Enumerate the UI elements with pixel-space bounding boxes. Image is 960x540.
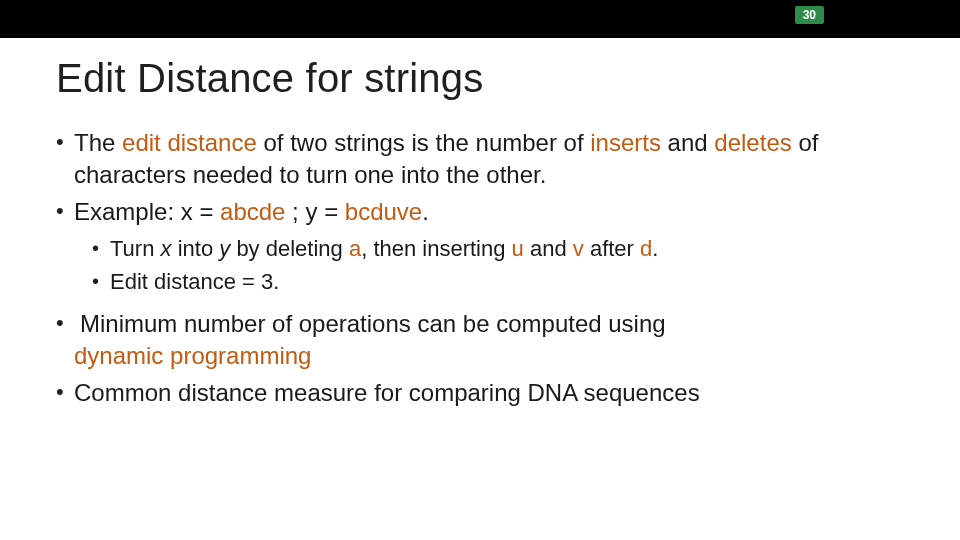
term-deletes: deletes xyxy=(714,129,791,156)
bullet-edit-distance-def: The edit distance of two strings is the … xyxy=(56,127,904,192)
char-d: d xyxy=(640,236,652,261)
text: into xyxy=(178,236,220,261)
text: . xyxy=(652,236,658,261)
text: ; y = xyxy=(285,198,344,225)
bullet-example: Example: x = abcde ; y = bcduve. Turn x … xyxy=(56,196,904,298)
term-inserts: inserts xyxy=(590,129,661,156)
var-y: y xyxy=(219,236,236,261)
sub-bullet-distance: Edit distance = 3. xyxy=(92,267,904,298)
text: . xyxy=(422,198,429,225)
header-bar: 30 xyxy=(0,0,960,38)
text: The xyxy=(74,129,122,156)
value-x: abcde xyxy=(220,198,285,225)
text: Example: x = xyxy=(74,198,220,225)
text: and xyxy=(661,129,714,156)
page-number-badge: 30 xyxy=(795,6,824,24)
sub-bullet-list: Turn x into y by deleting a, then insert… xyxy=(92,234,904,298)
text: Edit distance = 3. xyxy=(110,269,279,294)
bullet-dp: Minimum number of operations can be comp… xyxy=(56,308,904,373)
text: Minimum number of operations can be comp… xyxy=(74,308,666,340)
value-y: bcduve xyxy=(345,198,422,225)
text: and xyxy=(530,236,573,261)
bullet-dna: Common distance measure for comparing DN… xyxy=(56,377,904,409)
term-dynamic-programming: dynamic programming xyxy=(74,342,311,369)
char-u: u xyxy=(512,236,530,261)
slide-content: Edit Distance for strings The edit dista… xyxy=(0,38,960,409)
char-a: a xyxy=(349,236,361,261)
text: Common distance measure for comparing DN… xyxy=(74,379,700,406)
slide-title: Edit Distance for strings xyxy=(56,56,904,101)
text: after xyxy=(590,236,640,261)
char-v: v xyxy=(573,236,590,261)
text: Turn xyxy=(110,236,161,261)
sub-bullet-turn: Turn x into y by deleting a, then insert… xyxy=(92,234,904,265)
text: of two strings is the number of xyxy=(263,129,590,156)
var-x: x xyxy=(161,236,178,261)
bullet-list: The edit distance of two strings is the … xyxy=(56,127,904,409)
term-edit-distance: edit distance xyxy=(122,129,263,156)
text: , then inserting xyxy=(361,236,511,261)
text: by deleting xyxy=(236,236,349,261)
